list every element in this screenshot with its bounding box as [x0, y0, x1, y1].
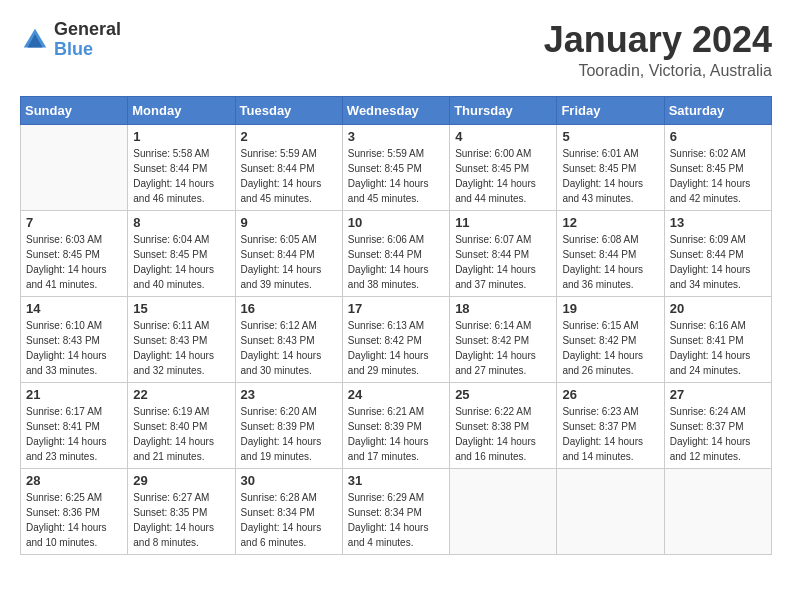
day-number: 29 — [133, 473, 229, 488]
calendar-cell — [557, 468, 664, 554]
calendar-cell: 22Sunrise: 6:19 AM Sunset: 8:40 PM Dayli… — [128, 382, 235, 468]
calendar-cell — [21, 124, 128, 210]
header: General Blue January 2024 Tooradin, Vict… — [20, 20, 772, 80]
calendar-cell: 4Sunrise: 6:00 AM Sunset: 8:45 PM Daylig… — [450, 124, 557, 210]
calendar-cell — [664, 468, 771, 554]
calendar-cell: 13Sunrise: 6:09 AM Sunset: 8:44 PM Dayli… — [664, 210, 771, 296]
day-number: 7 — [26, 215, 122, 230]
calendar-cell: 27Sunrise: 6:24 AM Sunset: 8:37 PM Dayli… — [664, 382, 771, 468]
calendar-week-3: 14Sunrise: 6:10 AM Sunset: 8:43 PM Dayli… — [21, 296, 772, 382]
day-info: Sunrise: 6:19 AM Sunset: 8:40 PM Dayligh… — [133, 404, 229, 464]
day-info: Sunrise: 6:04 AM Sunset: 8:45 PM Dayligh… — [133, 232, 229, 292]
calendar-week-5: 28Sunrise: 6:25 AM Sunset: 8:36 PM Dayli… — [21, 468, 772, 554]
day-number: 11 — [455, 215, 551, 230]
calendar-table: SundayMondayTuesdayWednesdayThursdayFrid… — [20, 96, 772, 555]
weekday-header-sunday: Sunday — [21, 96, 128, 124]
weekday-header-saturday: Saturday — [664, 96, 771, 124]
day-number: 31 — [348, 473, 444, 488]
day-info: Sunrise: 6:21 AM Sunset: 8:39 PM Dayligh… — [348, 404, 444, 464]
calendar-cell: 14Sunrise: 6:10 AM Sunset: 8:43 PM Dayli… — [21, 296, 128, 382]
day-number: 17 — [348, 301, 444, 316]
calendar-cell: 2Sunrise: 5:59 AM Sunset: 8:44 PM Daylig… — [235, 124, 342, 210]
calendar-cell: 21Sunrise: 6:17 AM Sunset: 8:41 PM Dayli… — [21, 382, 128, 468]
day-number: 30 — [241, 473, 337, 488]
day-info: Sunrise: 6:09 AM Sunset: 8:44 PM Dayligh… — [670, 232, 766, 292]
day-number: 8 — [133, 215, 229, 230]
day-info: Sunrise: 6:14 AM Sunset: 8:42 PM Dayligh… — [455, 318, 551, 378]
day-info: Sunrise: 6:22 AM Sunset: 8:38 PM Dayligh… — [455, 404, 551, 464]
day-info: Sunrise: 6:00 AM Sunset: 8:45 PM Dayligh… — [455, 146, 551, 206]
calendar-cell: 31Sunrise: 6:29 AM Sunset: 8:34 PM Dayli… — [342, 468, 449, 554]
weekday-header-friday: Friday — [557, 96, 664, 124]
calendar-cell: 6Sunrise: 6:02 AM Sunset: 8:45 PM Daylig… — [664, 124, 771, 210]
logo-icon — [20, 25, 50, 55]
calendar-cell: 20Sunrise: 6:16 AM Sunset: 8:41 PM Dayli… — [664, 296, 771, 382]
calendar-cell: 29Sunrise: 6:27 AM Sunset: 8:35 PM Dayli… — [128, 468, 235, 554]
day-number: 16 — [241, 301, 337, 316]
day-info: Sunrise: 6:11 AM Sunset: 8:43 PM Dayligh… — [133, 318, 229, 378]
logo: General Blue — [20, 20, 121, 60]
day-number: 13 — [670, 215, 766, 230]
calendar-week-2: 7Sunrise: 6:03 AM Sunset: 8:45 PM Daylig… — [21, 210, 772, 296]
day-number: 12 — [562, 215, 658, 230]
calendar-cell: 23Sunrise: 6:20 AM Sunset: 8:39 PM Dayli… — [235, 382, 342, 468]
calendar-cell: 19Sunrise: 6:15 AM Sunset: 8:42 PM Dayli… — [557, 296, 664, 382]
day-number: 21 — [26, 387, 122, 402]
calendar-cell: 16Sunrise: 6:12 AM Sunset: 8:43 PM Dayli… — [235, 296, 342, 382]
calendar-cell: 3Sunrise: 5:59 AM Sunset: 8:45 PM Daylig… — [342, 124, 449, 210]
calendar-cell: 7Sunrise: 6:03 AM Sunset: 8:45 PM Daylig… — [21, 210, 128, 296]
day-info: Sunrise: 6:05 AM Sunset: 8:44 PM Dayligh… — [241, 232, 337, 292]
day-number: 4 — [455, 129, 551, 144]
day-info: Sunrise: 6:13 AM Sunset: 8:42 PM Dayligh… — [348, 318, 444, 378]
calendar-cell: 17Sunrise: 6:13 AM Sunset: 8:42 PM Dayli… — [342, 296, 449, 382]
location-subtitle: Tooradin, Victoria, Australia — [544, 62, 772, 80]
calendar-cell: 10Sunrise: 6:06 AM Sunset: 8:44 PM Dayli… — [342, 210, 449, 296]
calendar-cell: 5Sunrise: 6:01 AM Sunset: 8:45 PM Daylig… — [557, 124, 664, 210]
day-info: Sunrise: 6:06 AM Sunset: 8:44 PM Dayligh… — [348, 232, 444, 292]
day-info: Sunrise: 6:02 AM Sunset: 8:45 PM Dayligh… — [670, 146, 766, 206]
day-info: Sunrise: 6:27 AM Sunset: 8:35 PM Dayligh… — [133, 490, 229, 550]
weekday-header-tuesday: Tuesday — [235, 96, 342, 124]
day-info: Sunrise: 5:59 AM Sunset: 8:44 PM Dayligh… — [241, 146, 337, 206]
day-info: Sunrise: 6:08 AM Sunset: 8:44 PM Dayligh… — [562, 232, 658, 292]
day-info: Sunrise: 6:03 AM Sunset: 8:45 PM Dayligh… — [26, 232, 122, 292]
day-info: Sunrise: 6:01 AM Sunset: 8:45 PM Dayligh… — [562, 146, 658, 206]
calendar-cell: 30Sunrise: 6:28 AM Sunset: 8:34 PM Dayli… — [235, 468, 342, 554]
calendar-cell: 18Sunrise: 6:14 AM Sunset: 8:42 PM Dayli… — [450, 296, 557, 382]
day-info: Sunrise: 6:10 AM Sunset: 8:43 PM Dayligh… — [26, 318, 122, 378]
day-info: Sunrise: 6:24 AM Sunset: 8:37 PM Dayligh… — [670, 404, 766, 464]
calendar-cell — [450, 468, 557, 554]
day-info: Sunrise: 6:15 AM Sunset: 8:42 PM Dayligh… — [562, 318, 658, 378]
day-info: Sunrise: 6:29 AM Sunset: 8:34 PM Dayligh… — [348, 490, 444, 550]
title-area: January 2024 Tooradin, Victoria, Austral… — [544, 20, 772, 80]
day-number: 22 — [133, 387, 229, 402]
calendar-cell: 11Sunrise: 6:07 AM Sunset: 8:44 PM Dayli… — [450, 210, 557, 296]
day-number: 2 — [241, 129, 337, 144]
day-info: Sunrise: 6:12 AM Sunset: 8:43 PM Dayligh… — [241, 318, 337, 378]
day-number: 6 — [670, 129, 766, 144]
day-info: Sunrise: 6:16 AM Sunset: 8:41 PM Dayligh… — [670, 318, 766, 378]
calendar-cell: 28Sunrise: 6:25 AM Sunset: 8:36 PM Dayli… — [21, 468, 128, 554]
calendar-cell: 12Sunrise: 6:08 AM Sunset: 8:44 PM Dayli… — [557, 210, 664, 296]
day-number: 14 — [26, 301, 122, 316]
day-number: 28 — [26, 473, 122, 488]
weekday-header-thursday: Thursday — [450, 96, 557, 124]
weekday-header-wednesday: Wednesday — [342, 96, 449, 124]
day-number: 5 — [562, 129, 658, 144]
calendar-body: 1Sunrise: 5:58 AM Sunset: 8:44 PM Daylig… — [21, 124, 772, 554]
calendar-cell: 9Sunrise: 6:05 AM Sunset: 8:44 PM Daylig… — [235, 210, 342, 296]
day-number: 3 — [348, 129, 444, 144]
day-info: Sunrise: 6:28 AM Sunset: 8:34 PM Dayligh… — [241, 490, 337, 550]
month-year-title: January 2024 — [544, 20, 772, 60]
day-number: 20 — [670, 301, 766, 316]
calendar-cell: 25Sunrise: 6:22 AM Sunset: 8:38 PM Dayli… — [450, 382, 557, 468]
day-info: Sunrise: 6:23 AM Sunset: 8:37 PM Dayligh… — [562, 404, 658, 464]
logo-blue: Blue — [54, 39, 93, 59]
day-info: Sunrise: 5:58 AM Sunset: 8:44 PM Dayligh… — [133, 146, 229, 206]
calendar-week-4: 21Sunrise: 6:17 AM Sunset: 8:41 PM Dayli… — [21, 382, 772, 468]
calendar-week-1: 1Sunrise: 5:58 AM Sunset: 8:44 PM Daylig… — [21, 124, 772, 210]
day-number: 18 — [455, 301, 551, 316]
day-number: 15 — [133, 301, 229, 316]
day-info: Sunrise: 5:59 AM Sunset: 8:45 PM Dayligh… — [348, 146, 444, 206]
day-number: 25 — [455, 387, 551, 402]
